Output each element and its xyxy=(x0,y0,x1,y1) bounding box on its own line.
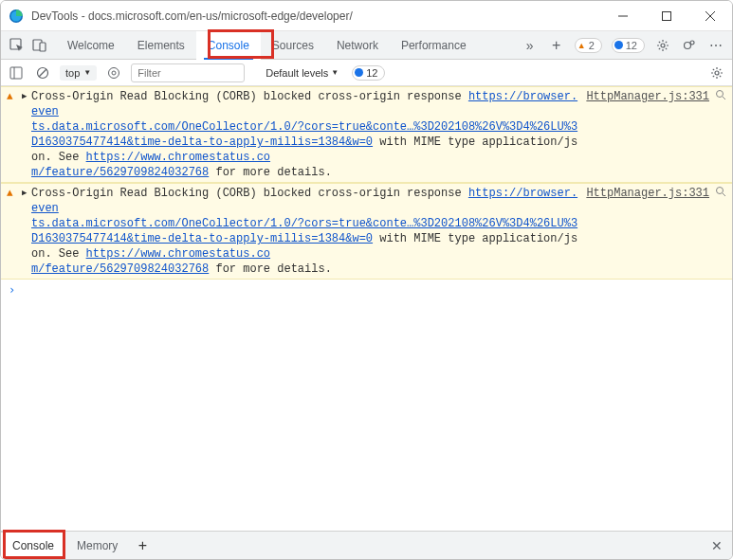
source-link[interactable]: HttpManager.js:331 xyxy=(586,89,709,104)
log-link[interactable]: m/feature/5629709824032768 xyxy=(31,166,209,179)
execution-context-select[interactable]: top ▼ xyxy=(60,65,97,81)
filter-input[interactable] xyxy=(131,63,245,82)
issues-count: 12 xyxy=(366,67,377,79)
svg-point-19 xyxy=(717,91,724,98)
tab-elements[interactable]: Elements xyxy=(126,31,196,60)
settings-icon[interactable] xyxy=(654,37,671,54)
console-warning-entry[interactable]: ▲ ▶ Cross-Origin Read Blocking (CORB) bl… xyxy=(1,86,732,183)
kebab-menu-icon[interactable]: ⋯ xyxy=(707,37,724,54)
svg-rect-8 xyxy=(40,43,46,51)
tab-performance[interactable]: Performance xyxy=(390,31,478,60)
live-expression-icon[interactable] xyxy=(104,63,123,82)
tab-welcome[interactable]: Welcome xyxy=(56,31,126,60)
tab-console[interactable]: Console xyxy=(196,31,261,60)
log-link[interactable]: https://www.chromestatus.co xyxy=(86,151,270,164)
warnings-badge[interactable]: ▲ 2 xyxy=(575,38,602,53)
drawer-tab-memory[interactable]: Memory xyxy=(65,532,129,560)
tab-sources[interactable]: Sources xyxy=(261,31,325,60)
drawer-new-tab-icon[interactable]: + xyxy=(129,537,156,554)
devtools-drawer: Console Memory + ✕ xyxy=(1,531,732,559)
window-title: DevTools - docs.microsoft.com/en-us/micr… xyxy=(31,9,601,23)
log-link[interactable]: https://www.chromestatus.co xyxy=(86,247,270,261)
search-icon[interactable] xyxy=(715,89,726,100)
svg-point-18 xyxy=(715,71,719,75)
drawer-tab-console[interactable]: Console xyxy=(1,532,65,560)
log-message: Cross-Origin Read Blocking (CORB) blocke… xyxy=(31,186,586,277)
console-toolbar: top ▼ Default levels ▼ 12 xyxy=(1,60,732,86)
expand-icon[interactable]: ▶ xyxy=(22,186,31,277)
clear-console-icon[interactable] xyxy=(33,63,52,82)
source-link[interactable]: HttpManager.js:331 xyxy=(586,186,709,201)
info-badge[interactable]: 12 xyxy=(612,38,645,53)
log-link[interactable]: m/feature/5629709824032768 xyxy=(31,262,209,276)
context-label: top xyxy=(65,67,80,79)
toggle-sidebar-icon[interactable] xyxy=(7,63,26,82)
chevron-down-icon: ▼ xyxy=(83,68,91,77)
search-icon[interactable] xyxy=(715,186,726,197)
drawer-close-icon[interactable]: ✕ xyxy=(702,538,732,553)
device-toggle-icon[interactable] xyxy=(31,37,48,54)
new-tab-icon[interactable]: + xyxy=(548,37,565,54)
window-titlebar: DevTools - docs.microsoft.com/en-us/micr… xyxy=(1,1,732,31)
more-tabs-icon[interactable]: » xyxy=(522,37,539,54)
console-prompt[interactable]: › xyxy=(1,280,732,300)
issues-badge[interactable]: 12 xyxy=(352,65,385,81)
chevron-right-icon: › xyxy=(9,283,15,297)
info-dot-icon xyxy=(355,68,363,77)
expand-icon[interactable]: ▶ xyxy=(22,89,31,180)
console-warning-entry[interactable]: ▲ ▶ Cross-Origin Read Blocking (CORB) bl… xyxy=(1,183,732,280)
svg-line-15 xyxy=(39,69,46,77)
feedback-icon[interactable] xyxy=(681,37,698,54)
inspect-element-icon[interactable] xyxy=(9,37,26,54)
svg-point-17 xyxy=(112,71,116,75)
tab-network[interactable]: Network xyxy=(325,31,390,60)
svg-point-10 xyxy=(685,42,691,48)
chevron-down-icon: ▼ xyxy=(331,68,339,77)
svg-point-11 xyxy=(690,41,694,45)
console-settings-icon[interactable] xyxy=(707,63,726,82)
levels-label: Default levels xyxy=(266,67,328,79)
warnings-count: 2 xyxy=(589,40,595,51)
svg-point-21 xyxy=(717,188,724,194)
window-maximize-button[interactable] xyxy=(645,4,688,28)
devtools-tabstrip: Welcome Elements Console Sources Network… xyxy=(1,31,732,60)
log-message: Cross-Origin Read Blocking (CORB) blocke… xyxy=(31,89,586,180)
warning-icon: ▲ xyxy=(7,186,18,277)
svg-rect-12 xyxy=(10,67,22,79)
warning-icon: ▲ xyxy=(7,89,18,180)
info-count: 12 xyxy=(626,40,637,51)
svg-rect-3 xyxy=(663,11,671,20)
devtools-app-icon xyxy=(9,9,24,24)
svg-point-9 xyxy=(661,44,665,47)
svg-line-20 xyxy=(723,97,725,99)
window-minimize-button[interactable] xyxy=(601,4,645,28)
warning-icon: ▲ xyxy=(577,41,586,50)
svg-point-16 xyxy=(109,67,119,78)
info-dot-icon xyxy=(614,41,623,49)
log-levels-select[interactable]: Default levels ▼ xyxy=(266,67,339,79)
svg-line-22 xyxy=(723,193,725,196)
window-close-button[interactable] xyxy=(688,4,732,28)
console-log-area: ▲ ▶ Cross-Origin Read Blocking (CORB) bl… xyxy=(1,86,732,531)
